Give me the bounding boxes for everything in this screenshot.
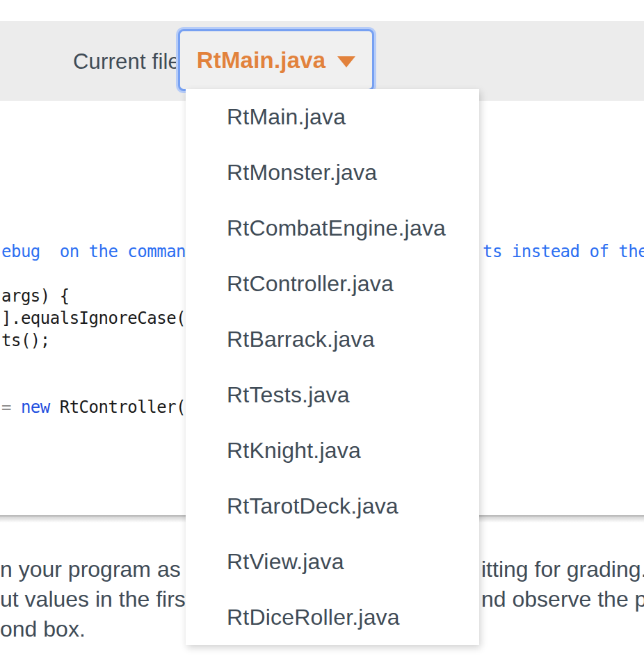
instruction-text-line: ond box. — [0, 614, 188, 644]
code-line: args) { — [1, 285, 185, 307]
instruction-text-line: ut values in the first — [0, 584, 188, 614]
instruction-text-line: itting for grading. — [481, 555, 644, 584]
code-line — [1, 263, 185, 285]
dropdown-item[interactable]: RtMonster.java — [186, 145, 479, 200]
file-dropdown-menu: RtMain.javaRtMonster.javaRtCombatEngine.… — [186, 89, 479, 645]
dropdown-item[interactable]: RtTarotDeck.java — [186, 478, 479, 534]
dropdown-item[interactable]: RtController.java — [186, 256, 479, 311]
dropdown-item[interactable]: RtTests.java — [186, 367, 479, 423]
dropdown-item[interactable]: RtKnight.java — [186, 423, 479, 478]
code-line: ].equalsIgnoreCase( — [1, 307, 185, 329]
code-editor-left-fragment: ebug on the comman args) {].equalsIgnore… — [1, 240, 185, 418]
selected-file-label: RtMain.java — [197, 47, 326, 74]
code-line: = new RtController( — [1, 396, 185, 418]
code-line — [1, 374, 185, 396]
dropdown-item[interactable]: RtCombatEngine.java — [186, 200, 479, 256]
dropdown-item[interactable]: RtBarrack.java — [186, 311, 479, 367]
code-line: ts(); — [1, 329, 185, 352]
instruction-text-line: nd observe the pr — [481, 584, 644, 614]
dropdown-item[interactable]: RtView.java — [186, 534, 479, 589]
code-line — [1, 352, 185, 374]
code-line: ebug on the comman — [1, 240, 185, 263]
instructions-right-fragment: itting for grading.nd observe the pr — [481, 555, 644, 614]
code-editor-right-fragment: ts instead of the — [483, 240, 644, 263]
instruction-text-line: n your program as o — [0, 555, 188, 584]
dropdown-item[interactable]: RtMain.java — [186, 89, 479, 145]
code-line: ts instead of the — [483, 240, 644, 263]
instructions-left-fragment: n your program as out values in the firs… — [0, 555, 188, 644]
dropdown-item[interactable]: RtDiceRoller.java — [186, 589, 479, 645]
page: Current file: RtMain.java ebug on the co… — [0, 0, 644, 663]
file-select-button[interactable]: RtMain.java — [178, 29, 374, 91]
caret-down-icon — [337, 56, 355, 67]
current-file-label: Current file: — [73, 49, 186, 74]
